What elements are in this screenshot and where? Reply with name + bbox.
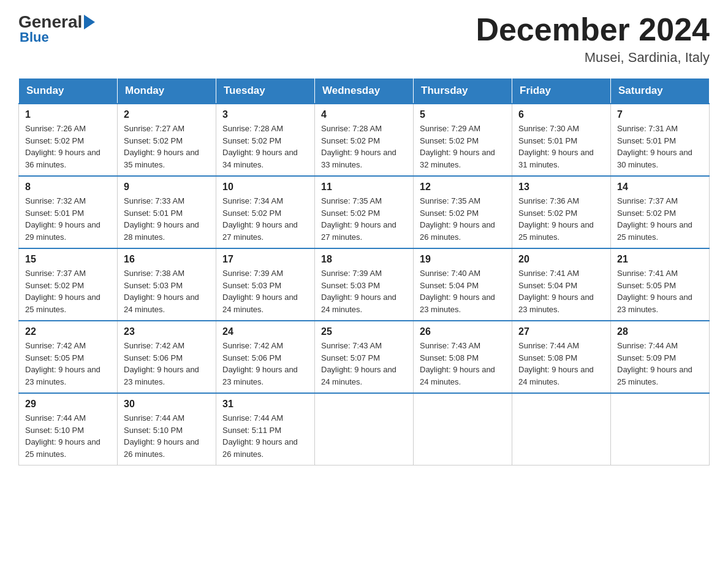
day-info: Sunrise: 7:44 AMSunset: 5:09 PMDaylight:… <box>617 340 703 388</box>
day-info: Sunrise: 7:37 AMSunset: 5:02 PMDaylight:… <box>25 267 111 315</box>
day-number: 19 <box>420 254 506 265</box>
day-info: Sunrise: 7:38 AMSunset: 5:03 PMDaylight:… <box>124 267 210 315</box>
day-info: Sunrise: 7:30 AMSunset: 5:01 PMDaylight:… <box>518 123 604 170</box>
day-info: Sunrise: 7:26 AMSunset: 5:02 PMDaylight:… <box>25 123 111 170</box>
calendar-day-cell: 2Sunrise: 7:27 AMSunset: 5:02 PMDaylight… <box>118 104 216 176</box>
day-info: Sunrise: 7:42 AMSunset: 5:06 PMDaylight:… <box>124 340 210 388</box>
calendar-day-cell: 17Sunrise: 7:39 AMSunset: 5:03 PMDayligh… <box>216 248 315 321</box>
calendar-day-cell: 13Sunrise: 7:36 AMSunset: 5:02 PMDayligh… <box>512 176 611 248</box>
day-info: Sunrise: 7:35 AMSunset: 5:02 PMDaylight:… <box>420 195 506 243</box>
day-number: 4 <box>321 109 407 120</box>
calendar-day-cell: 10Sunrise: 7:34 AMSunset: 5:02 PMDayligh… <box>216 176 315 248</box>
day-number: 9 <box>124 182 210 193</box>
location: Musei, Sardinia, Italy <box>476 50 710 66</box>
calendar-header-tuesday: Tuesday <box>216 79 315 104</box>
day-number: 18 <box>321 254 407 265</box>
calendar-header-sunday: Sunday <box>19 79 118 104</box>
calendar-day-cell: 5Sunrise: 7:29 AMSunset: 5:02 PMDaylight… <box>414 104 512 176</box>
day-number: 1 <box>25 109 111 120</box>
calendar-day-cell: 23Sunrise: 7:42 AMSunset: 5:06 PMDayligh… <box>118 321 216 393</box>
logo-arrow-icon <box>84 15 95 29</box>
calendar-day-cell <box>414 393 512 465</box>
calendar-week-row: 22Sunrise: 7:42 AMSunset: 5:05 PMDayligh… <box>19 321 710 393</box>
day-info: Sunrise: 7:29 AMSunset: 5:02 PMDaylight:… <box>420 123 506 170</box>
calendar-header-wednesday: Wednesday <box>315 79 414 104</box>
day-info: Sunrise: 7:28 AMSunset: 5:02 PMDaylight:… <box>321 123 407 170</box>
calendar-day-cell: 29Sunrise: 7:44 AMSunset: 5:10 PMDayligh… <box>19 393 118 465</box>
calendar-day-cell: 24Sunrise: 7:42 AMSunset: 5:06 PMDayligh… <box>216 321 315 393</box>
calendar-day-cell: 20Sunrise: 7:41 AMSunset: 5:04 PMDayligh… <box>512 248 611 321</box>
day-number: 27 <box>518 326 604 337</box>
logo: General Blue <box>18 12 97 45</box>
calendar-day-cell: 15Sunrise: 7:37 AMSunset: 5:02 PMDayligh… <box>19 248 118 321</box>
day-number: 22 <box>25 326 111 337</box>
day-number: 26 <box>420 326 506 337</box>
calendar-day-cell <box>611 393 710 465</box>
day-number: 6 <box>518 109 604 120</box>
calendar-day-cell: 19Sunrise: 7:40 AMSunset: 5:04 PMDayligh… <box>414 248 512 321</box>
calendar-day-cell: 11Sunrise: 7:35 AMSunset: 5:02 PMDayligh… <box>315 176 414 248</box>
calendar-header-row: SundayMondayTuesdayWednesdayThursdayFrid… <box>19 79 710 104</box>
day-info: Sunrise: 7:39 AMSunset: 5:03 PMDaylight:… <box>321 267 407 315</box>
month-title: December 2024 <box>476 12 710 47</box>
logo-blue-text: Blue <box>20 29 49 45</box>
calendar-day-cell: 30Sunrise: 7:44 AMSunset: 5:10 PMDayligh… <box>118 393 216 465</box>
day-number: 20 <box>518 254 604 265</box>
day-number: 10 <box>222 182 308 193</box>
day-number: 15 <box>25 254 111 265</box>
day-number: 16 <box>124 254 210 265</box>
calendar-day-cell: 4Sunrise: 7:28 AMSunset: 5:02 PMDaylight… <box>315 104 414 176</box>
calendar-week-row: 8Sunrise: 7:32 AMSunset: 5:01 PMDaylight… <box>19 176 710 248</box>
day-info: Sunrise: 7:28 AMSunset: 5:02 PMDaylight:… <box>222 123 308 170</box>
day-info: Sunrise: 7:44 AMSunset: 5:11 PMDaylight:… <box>222 412 308 460</box>
day-info: Sunrise: 7:40 AMSunset: 5:04 PMDaylight:… <box>420 267 506 315</box>
calendar-week-row: 29Sunrise: 7:44 AMSunset: 5:10 PMDayligh… <box>19 393 710 465</box>
day-info: Sunrise: 7:37 AMSunset: 5:02 PMDaylight:… <box>617 195 703 243</box>
calendar-day-cell: 27Sunrise: 7:44 AMSunset: 5:08 PMDayligh… <box>512 321 611 393</box>
calendar-day-cell: 12Sunrise: 7:35 AMSunset: 5:02 PMDayligh… <box>414 176 512 248</box>
day-number: 14 <box>617 182 703 193</box>
day-info: Sunrise: 7:27 AMSunset: 5:02 PMDaylight:… <box>124 123 210 170</box>
day-info: Sunrise: 7:33 AMSunset: 5:01 PMDaylight:… <box>124 195 210 243</box>
day-info: Sunrise: 7:43 AMSunset: 5:08 PMDaylight:… <box>420 340 506 388</box>
calendar-day-cell: 21Sunrise: 7:41 AMSunset: 5:05 PMDayligh… <box>611 248 710 321</box>
day-info: Sunrise: 7:42 AMSunset: 5:05 PMDaylight:… <box>25 340 111 388</box>
calendar-day-cell: 25Sunrise: 7:43 AMSunset: 5:07 PMDayligh… <box>315 321 414 393</box>
day-info: Sunrise: 7:44 AMSunset: 5:08 PMDaylight:… <box>518 340 604 388</box>
calendar-table: SundayMondayTuesdayWednesdayThursdayFrid… <box>18 78 710 465</box>
day-number: 23 <box>124 326 210 337</box>
title-section: December 2024 Musei, Sardinia, Italy <box>476 12 710 66</box>
calendar-week-row: 15Sunrise: 7:37 AMSunset: 5:02 PMDayligh… <box>19 248 710 321</box>
calendar-header-friday: Friday <box>512 79 611 104</box>
day-number: 7 <box>617 109 703 120</box>
calendar-header-thursday: Thursday <box>414 79 512 104</box>
day-number: 21 <box>617 254 703 265</box>
day-number: 25 <box>321 326 407 337</box>
day-number: 31 <box>222 399 308 410</box>
calendar-day-cell: 8Sunrise: 7:32 AMSunset: 5:01 PMDaylight… <box>19 176 118 248</box>
calendar-week-row: 1Sunrise: 7:26 AMSunset: 5:02 PMDaylight… <box>19 104 710 176</box>
day-info: Sunrise: 7:39 AMSunset: 5:03 PMDaylight:… <box>222 267 308 315</box>
calendar-day-cell: 18Sunrise: 7:39 AMSunset: 5:03 PMDayligh… <box>315 248 414 321</box>
calendar-day-cell: 1Sunrise: 7:26 AMSunset: 5:02 PMDaylight… <box>19 104 118 176</box>
day-info: Sunrise: 7:41 AMSunset: 5:04 PMDaylight:… <box>518 267 604 315</box>
calendar-header-monday: Monday <box>118 79 216 104</box>
day-number: 24 <box>222 326 308 337</box>
day-number: 5 <box>420 109 506 120</box>
day-info: Sunrise: 7:31 AMSunset: 5:01 PMDaylight:… <box>617 123 703 170</box>
day-info: Sunrise: 7:42 AMSunset: 5:06 PMDaylight:… <box>222 340 308 388</box>
calendar-day-cell <box>315 393 414 465</box>
day-info: Sunrise: 7:44 AMSunset: 5:10 PMDaylight:… <box>124 412 210 460</box>
calendar-day-cell: 3Sunrise: 7:28 AMSunset: 5:02 PMDaylight… <box>216 104 315 176</box>
calendar-day-cell: 31Sunrise: 7:44 AMSunset: 5:11 PMDayligh… <box>216 393 315 465</box>
day-number: 12 <box>420 182 506 193</box>
day-info: Sunrise: 7:32 AMSunset: 5:01 PMDaylight:… <box>25 195 111 243</box>
calendar-day-cell: 9Sunrise: 7:33 AMSunset: 5:01 PMDaylight… <box>118 176 216 248</box>
day-number: 11 <box>321 182 407 193</box>
day-number: 30 <box>124 399 210 410</box>
day-info: Sunrise: 7:36 AMSunset: 5:02 PMDaylight:… <box>518 195 604 243</box>
day-number: 17 <box>222 254 308 265</box>
calendar-day-cell: 26Sunrise: 7:43 AMSunset: 5:08 PMDayligh… <box>414 321 512 393</box>
day-number: 29 <box>25 399 111 410</box>
calendar-day-cell: 16Sunrise: 7:38 AMSunset: 5:03 PMDayligh… <box>118 248 216 321</box>
